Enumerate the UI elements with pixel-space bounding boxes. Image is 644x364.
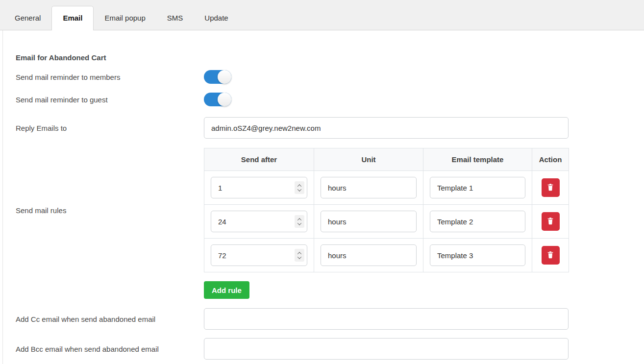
toggle-knob [218,93,231,106]
number-spinner[interactable] [295,249,304,262]
reply-to-row: Reply Emails to [3,117,644,139]
chevron-down-icon [297,221,301,225]
tab-email-popup[interactable]: Email popup [94,6,156,30]
header-email-template: Email template [423,148,532,171]
reply-to-input[interactable] [204,117,569,139]
cc-row: Add Cc email when send abandoned email [3,308,644,330]
send-members-label: Send mail reminder to members [3,73,204,81]
send-guest-row: Send mail reminder to guest [3,93,644,106]
template-input[interactable] [430,244,525,266]
tab-email[interactable]: Email [51,6,94,30]
send-guest-label: Send mail reminder to guest [3,96,204,104]
bcc-label: Add Bcc email when send abandoned email [3,345,204,353]
send-guest-toggle[interactable] [204,93,231,106]
rules-table: Send after Unit Email template Action [204,148,569,272]
send-after-input[interactable] [211,177,307,198]
unit-input[interactable] [321,177,417,198]
send-after-input[interactable] [211,211,307,232]
number-spinner[interactable] [295,181,304,194]
email-settings-panel: Email for Abandoned Cart Send mail remin… [2,30,644,364]
rule-row [204,205,569,239]
add-rule-row: Add rule [204,281,644,299]
send-rules-row: Send mail rules Send after Unit Email te… [3,148,644,272]
delete-rule-button[interactable] [542,212,560,231]
trash-icon [546,183,554,193]
delete-rule-button[interactable] [542,246,560,265]
tab-bar: General Email Email popup SMS Update [0,0,644,30]
tab-sms[interactable]: SMS [156,6,194,30]
chevron-down-icon [297,255,301,259]
template-input[interactable] [430,211,525,232]
send-members-toggle[interactable] [204,70,231,84]
delete-rule-button[interactable] [542,178,560,197]
send-after-input[interactable] [211,244,307,266]
unit-input[interactable] [321,244,417,266]
chevron-down-icon [297,187,301,191]
rules-header-row: Send after Unit Email template Action [204,148,569,171]
number-spinner[interactable] [295,215,304,228]
cc-input[interactable] [204,308,569,330]
header-unit: Unit [314,148,423,171]
send-rules-label: Send mail rules [3,206,204,215]
add-rule-button[interactable]: Add rule [204,281,249,299]
tab-general[interactable]: General [4,6,51,30]
send-members-row: Send mail reminder to members [3,70,644,84]
trash-icon [546,250,554,261]
header-action: Action [532,148,569,171]
bcc-input[interactable] [204,338,569,360]
cc-label: Add Cc email when send abandoned email [3,315,204,323]
reply-to-label: Reply Emails to [3,124,204,132]
bcc-row: Add Bcc email when send abandoned email [3,338,644,360]
section-heading: Email for Abandoned Cart [3,54,644,62]
trash-icon [546,217,554,227]
template-input[interactable] [430,177,525,198]
toggle-knob [218,70,231,84]
tab-update[interactable]: Update [194,6,239,30]
rule-row [204,239,569,272]
header-send-after: Send after [204,148,314,171]
unit-input[interactable] [321,211,417,232]
rule-row [204,171,569,205]
